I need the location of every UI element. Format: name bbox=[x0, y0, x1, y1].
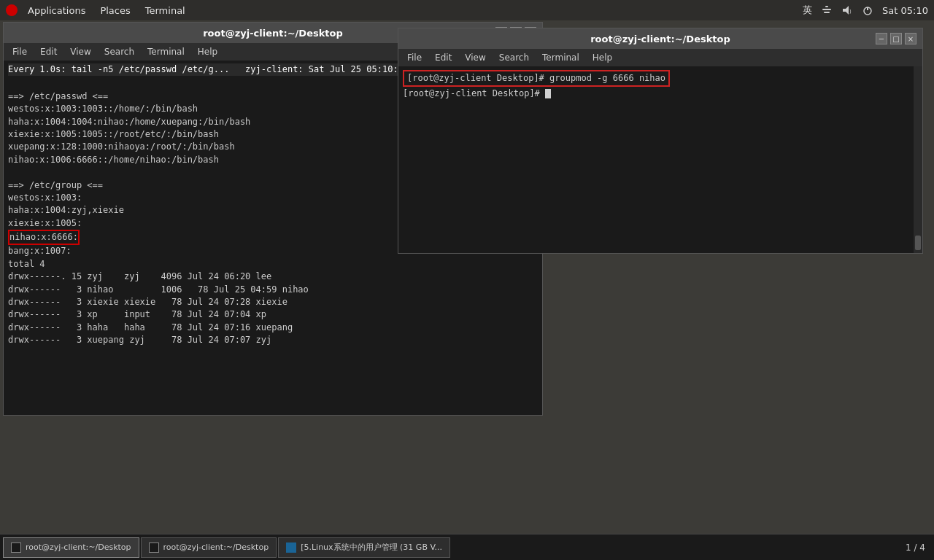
terminal-2-menubar: File Edit View Search Terminal Help bbox=[398, 49, 922, 66]
term1-line-dir-xiexie: drwx------ 3 xiexie xiexie 78 Jul 24 07:… bbox=[8, 296, 538, 308]
terminal-1-title: root@zyj-client:~/Desktop bbox=[203, 28, 343, 39]
desktop: root@zyj-client:~/Desktop − □ × File Edi… bbox=[0, 20, 934, 540]
taskbar-item-3[interactable]: [5.Linux系统中的用户管理 (31 GB V... bbox=[278, 537, 450, 558]
taskbar-doc-icon bbox=[286, 542, 296, 553]
term1-line-dir-haha: drwx------ 3 haha haha 78 Jul 24 07:16 x… bbox=[8, 322, 538, 334]
svg-rect-1 bbox=[824, 12, 830, 13]
topbar-places[interactable]: Places bbox=[94, 4, 136, 18]
language-indicator[interactable]: 英 bbox=[803, 4, 812, 17]
topbar-terminal[interactable]: Terminal bbox=[139, 4, 191, 18]
cursor bbox=[545, 89, 551, 98]
term2-menu-terminal[interactable]: Terminal bbox=[536, 51, 585, 64]
taskbar-terminal-icon-1 bbox=[11, 542, 21, 553]
term1-menu-search[interactable]: Search bbox=[99, 45, 140, 58]
terminal-2-content[interactable]: [root@zyj-client Desktop]# groupmod -g 6… bbox=[398, 66, 922, 253]
term2-menu-edit[interactable]: Edit bbox=[429, 51, 458, 64]
term1-line-dir-lee: drwx------. 15 zyj zyj 4096 Jul 24 06:20… bbox=[8, 271, 538, 283]
taskbar-label-3: [5.Linux系统中的用户管理 (31 GB V... bbox=[301, 542, 442, 553]
topbar-applications[interactable]: Applications bbox=[22, 4, 91, 18]
minimize-button-2[interactable]: − bbox=[876, 33, 887, 44]
term1-line-dir-nihao: drwx------ 3 nihao 1006 78 Jul 25 04:59 … bbox=[8, 284, 538, 296]
svg-rect-2 bbox=[825, 6, 828, 7]
topbar-right: 英 ) Sat 05:10 bbox=[803, 4, 928, 17]
terminal-2-titlebar: root@zyj-client:~/Desktop − □ × bbox=[398, 28, 922, 49]
network-icon bbox=[821, 4, 833, 16]
term1-line-dir-xp: drwx------ 3 xp input 78 Jul 24 07:04 xp bbox=[8, 308, 538, 321]
terminal-2-title: root@zyj-client:~/Desktop bbox=[590, 34, 730, 44]
datetime: Sat 05:10 bbox=[882, 5, 928, 16]
maximize-button-2[interactable]: □ bbox=[890, 33, 902, 44]
groupmod-command-highlight: [root@zyj-client Desktop]# groupmod -g 6… bbox=[403, 70, 670, 87]
topbar: Applications Places Terminal 英 ) Sat 05:… bbox=[0, 0, 934, 20]
term1-line-dir-zyj: drwx------ 3 xuepang zyj 78 Jul 24 07:07… bbox=[8, 334, 538, 346]
distro-icon bbox=[6, 4, 18, 16]
scroll-indicator bbox=[915, 236, 921, 250]
svg-text:): ) bbox=[849, 9, 852, 15]
taskbar: root@zyj-client:~/Desktop root@zyj-clien… bbox=[0, 534, 934, 560]
term2-menu-view[interactable]: View bbox=[459, 51, 491, 64]
close-button-2[interactable]: × bbox=[905, 33, 916, 44]
term2-prompt-line: [root@zyj-client Desktop]# bbox=[403, 88, 918, 100]
taskbar-terminal-icon-2 bbox=[149, 542, 159, 553]
term1-menu-help[interactable]: Help bbox=[192, 45, 223, 58]
taskbar-page-info: 1 / 4 bbox=[906, 542, 931, 553]
volume-icon: ) bbox=[841, 4, 853, 16]
svg-rect-0 bbox=[822, 9, 831, 10]
term1-menu-view[interactable]: View bbox=[64, 45, 96, 58]
terminal-window-2: root@zyj-client:~/Desktop − □ × File Edi… bbox=[398, 28, 923, 254]
term2-cmd-line: [root@zyj-client Desktop]# groupmod -g 6… bbox=[403, 69, 918, 88]
term2-menu-help[interactable]: Help bbox=[587, 51, 618, 64]
term2-menu-search[interactable]: Search bbox=[493, 51, 535, 64]
term2-menu-file[interactable]: File bbox=[401, 51, 428, 64]
terminal-2-scrollbar-area bbox=[914, 66, 922, 253]
taskbar-label-2: root@zyj-client:~/Desktop bbox=[163, 542, 269, 552]
taskbar-item-2[interactable]: root@zyj-client:~/Desktop bbox=[141, 537, 277, 558]
taskbar-label-1: root@zyj-client:~/Desktop bbox=[26, 542, 131, 552]
taskbar-item-1[interactable]: root@zyj-client:~/Desktop bbox=[3, 537, 139, 558]
power-icon[interactable] bbox=[862, 4, 873, 16]
term1-menu-file[interactable]: File bbox=[7, 45, 33, 58]
nihao-highlight: nihao:x:6666: bbox=[8, 230, 80, 245]
term1-line-total: total 4 bbox=[8, 258, 538, 271]
term1-menu-edit[interactable]: Edit bbox=[34, 45, 63, 58]
term1-menu-terminal[interactable]: Terminal bbox=[142, 45, 190, 58]
svg-marker-3 bbox=[843, 6, 849, 15]
terminal-2-controls: − □ × bbox=[876, 33, 916, 44]
